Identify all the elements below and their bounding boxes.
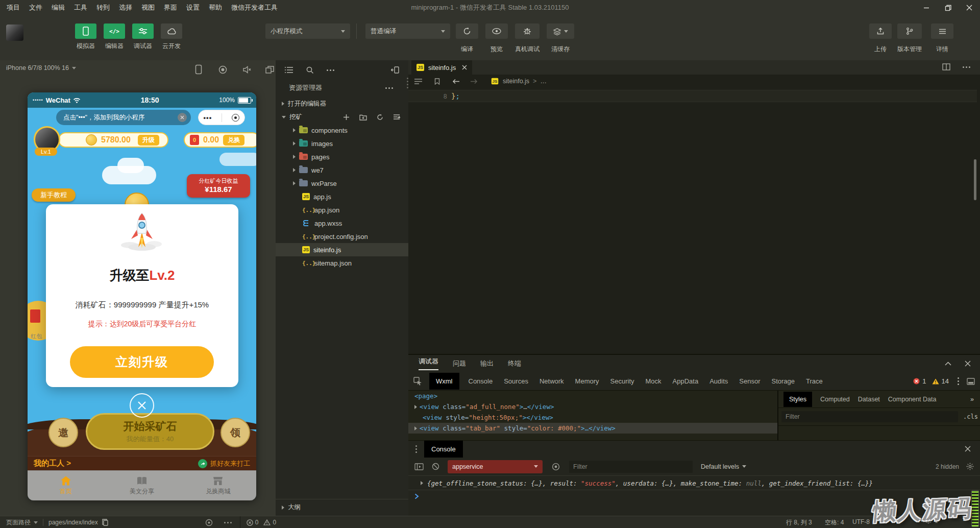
- cursor-position[interactable]: 行 8, 列 3: [786, 518, 812, 527]
- outline-section[interactable]: 大纲: [276, 499, 408, 515]
- warning-counter[interactable]: 0: [263, 519, 276, 526]
- editor-scrollbar-marker[interactable]: [974, 159, 976, 200]
- breadcrumb[interactable]: siteinfo.js: [503, 78, 529, 85]
- clear-console-icon[interactable]: [432, 463, 439, 470]
- menu-help[interactable]: 帮助: [204, 0, 227, 15]
- menu-tools[interactable]: 工具: [69, 0, 92, 15]
- version-button[interactable]: [897, 23, 922, 39]
- detach-window-icon[interactable]: [265, 66, 274, 74]
- error-counter[interactable]: 0: [247, 519, 259, 526]
- console-prompt[interactable]: [414, 493, 419, 499]
- devtools-tab-memory[interactable]: Memory: [575, 377, 599, 385]
- record-icon[interactable]: [218, 65, 227, 74]
- console-menu-icon[interactable]: [415, 445, 417, 453]
- styles-tab-componentdata[interactable]: Component Data: [888, 396, 937, 403]
- mute-icon[interactable]: [243, 66, 251, 74]
- explorer-more-icon[interactable]: [385, 87, 393, 89]
- tab-problems[interactable]: 问题: [453, 359, 466, 368]
- tab-home[interactable]: 首页: [28, 476, 104, 496]
- tree-file-appwxss[interactable]: app.wxss: [276, 217, 408, 230]
- eye-watch-icon[interactable]: [552, 463, 560, 471]
- tip-close-icon[interactable]: [178, 113, 187, 122]
- tree-folder-images[interactable]: images: [276, 137, 408, 150]
- invite-banner[interactable]: 抓好友来打工: [210, 459, 250, 468]
- workers-link[interactable]: 我的工人 >: [34, 459, 71, 468]
- upgrade-now-button[interactable]: 立刻升级: [70, 346, 214, 378]
- search-icon[interactable]: [306, 66, 313, 74]
- minimize-button[interactable]: [916, 0, 937, 15]
- devtools-tab-sources[interactable]: Sources: [504, 377, 528, 385]
- upgrade-button[interactable]: 升级: [138, 135, 159, 146]
- refresh-tree-icon[interactable]: [377, 114, 383, 121]
- console-tab[interactable]: Console: [424, 441, 463, 458]
- compile-mode-select[interactable]: 普通编译: [365, 23, 450, 39]
- rotate-device-icon[interactable]: [195, 64, 202, 75]
- split-editor-icon[interactable]: [942, 63, 950, 70]
- styles-tab-styles[interactable]: Styles: [783, 392, 812, 407]
- tree-folder-pages[interactable]: pages: [276, 150, 408, 163]
- close-button[interactable]: [959, 0, 980, 15]
- collapse-panel-icon[interactable]: [391, 66, 399, 74]
- tree-file-appjson[interactable]: {..} app.json: [276, 203, 408, 217]
- device-select[interactable]: iPhone 6/7/8 100% 16: [6, 64, 76, 71]
- compile-button[interactable]: [456, 23, 478, 39]
- tree-file-appjs[interactable]: JS app.js: [276, 190, 408, 203]
- exchange-button[interactable]: 兑换: [223, 135, 244, 146]
- tree-folder-wxparse[interactable]: wxParse: [276, 177, 408, 190]
- capsule-exit-icon[interactable]: [232, 114, 239, 122]
- forward-icon[interactable]: [470, 79, 478, 84]
- menu-interface[interactable]: 界面: [159, 0, 182, 15]
- page-path-select[interactable]: 页面路径: [6, 518, 38, 527]
- open-editors-section[interactable]: 打开的编辑器: [276, 97, 408, 110]
- collapse-panel-icon[interactable]: [945, 362, 951, 366]
- devtools-tab-security[interactable]: Security: [610, 377, 634, 385]
- warning-badge-icon[interactable]: [932, 378, 939, 385]
- phone-simulator[interactable]: ••••• WeChat 18:50 100% 点击"•••"，添加到我的小程序…: [28, 92, 256, 500]
- project-root-section[interactable]: 挖矿: [276, 110, 408, 124]
- tab-terminal[interactable]: 终端: [508, 359, 521, 368]
- devtools-tab-wxml[interactable]: Wxml: [429, 373, 459, 390]
- cloud-dev-toggle[interactable]: 云开发: [160, 23, 183, 51]
- remote-debug-button[interactable]: [515, 23, 540, 39]
- details-button[interactable]: [931, 23, 953, 39]
- preview-eye-icon[interactable]: [205, 519, 213, 526]
- inspect-icon[interactable]: [413, 377, 422, 386]
- bonus-badge[interactable]: 分红矿今日收益 ¥118.67: [187, 174, 250, 198]
- indent-setting[interactable]: 空格: 4: [825, 518, 844, 527]
- mode-select[interactable]: 小程序模式: [265, 23, 350, 39]
- menu-goto[interactable]: 转到: [92, 0, 114, 15]
- wxml-line[interactable]: <view style="height:50px;"></view>: [408, 412, 777, 423]
- menu-project[interactable]: 项目: [2, 0, 24, 15]
- menu-view[interactable]: 视图: [137, 0, 159, 15]
- outline-list-icon[interactable]: [414, 79, 422, 84]
- close-panel-icon[interactable]: [965, 361, 971, 367]
- preview-button[interactable]: [485, 23, 508, 39]
- new-folder-icon[interactable]: [359, 114, 367, 121]
- editor-tab-siteinfo[interactable]: JS siteinfo.js: [411, 60, 472, 75]
- console-filter-input[interactable]: [569, 461, 693, 473]
- wechat-capsule[interactable]: •••: [198, 110, 245, 125]
- devtools-more-icon[interactable]: [958, 377, 959, 385]
- styles-tab-dataset[interactable]: Dataset: [858, 396, 880, 403]
- collapse-all-icon[interactable]: [393, 114, 400, 121]
- show-sidebar-icon[interactable]: [414, 463, 424, 470]
- menu-edit[interactable]: 编辑: [47, 0, 69, 15]
- console-settings-icon[interactable]: [966, 463, 974, 470]
- devtools-tab-mock[interactable]: Mock: [646, 377, 662, 385]
- devtools-tab-appdata[interactable]: AppData: [673, 377, 699, 385]
- tab-debugger[interactable]: 调试器: [419, 357, 438, 370]
- devtools-tab-network[interactable]: Network: [540, 377, 564, 385]
- tree-folder-components[interactable]: components: [276, 124, 408, 137]
- new-file-icon[interactable]: [343, 114, 350, 121]
- console-log-row[interactable]: {get_offline_stone_status: {…}, result: …: [408, 476, 980, 490]
- dialog-close-button[interactable]: [130, 393, 154, 418]
- editor-toggle[interactable]: </> 编辑器: [103, 23, 126, 51]
- menu-devtools[interactable]: 微信开发者工具: [227, 0, 282, 15]
- tab-shop[interactable]: 兑换商城: [180, 476, 256, 496]
- dock-icon[interactable]: [967, 378, 975, 385]
- list-icon[interactable]: [285, 67, 293, 73]
- devtools-tab-trace[interactable]: Trace: [806, 377, 823, 385]
- tree-file-siteinfo[interactable]: JS siteinfo.js: [276, 243, 408, 256]
- cls-toggle[interactable]: .cls: [963, 413, 978, 420]
- devtools-tab-sensor[interactable]: Sensor: [739, 377, 760, 385]
